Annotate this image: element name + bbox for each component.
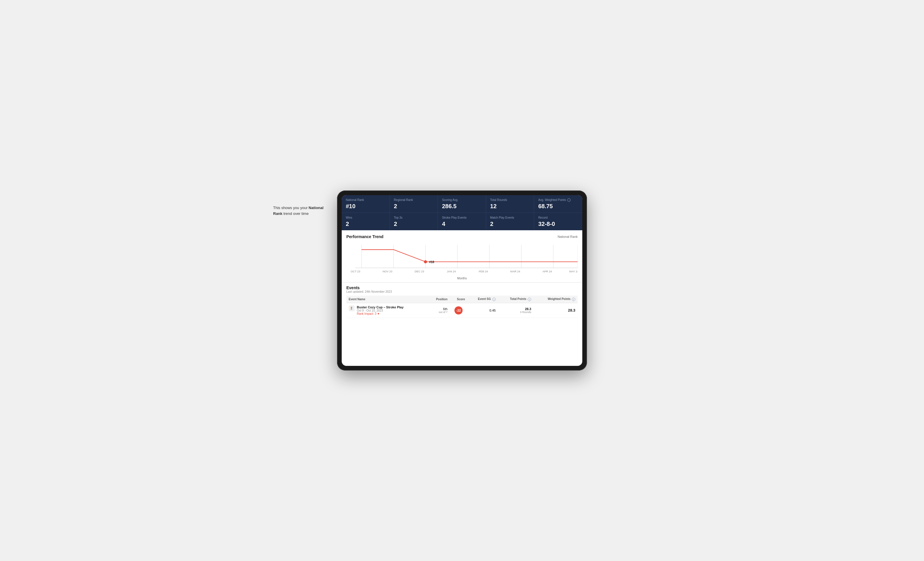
col-score: Score [450,296,467,303]
events-title: Events [346,286,578,290]
stat-avg-weighted-label: Avg. Weighted Points i [538,198,578,202]
col-weighted-points: Weighted Points i [534,296,578,303]
col-event-sg: Event SG i [467,296,498,303]
events-section: Events Last updated: 24th November 2023 … [342,283,582,366]
stat-stroke-play-label: Stroke Play Events [442,216,482,220]
event-sg-info-icon[interactable]: i [492,298,496,301]
rank-impact: Rank Impact: 3 ▼ [357,312,404,315]
table-row: 🏌️ Buster Cozy Cup – Stroke Play Oct 9 -… [346,303,578,318]
chart-month-oct23: OCT 23 [351,270,360,273]
stat-scoring-avg: Scoring Avg. 286.5 [438,195,486,212]
chart-month-may24: MAY 24 [569,270,578,273]
event-rounds: 3 Rounds [500,311,531,314]
chart-data-label: #10 [429,260,434,264]
chart-month-feb24: FEB 24 [479,270,488,273]
events-table: Event Name Position Score Event SG i Tot… [346,296,578,318]
annotation-text: This shows you your National Rank trend … [273,205,331,216]
performance-chart: #10 OCT 23 NOV 23 DEC 23 JAN 24 FEB 24 M… [346,241,578,276]
avg-weighted-info-icon[interactable]: i [567,198,571,202]
event-title: Buster Cozy Cup – Stroke Play [357,305,404,309]
event-weighted-points-cell: 28.3 [534,303,578,318]
event-position-cell: 6th out of 7 [428,303,450,318]
stat-match-play-label: Match Play Events [490,216,530,220]
stat-regional-rank-value: 2 [394,203,434,209]
stat-record-value: 32-8-0 [538,221,578,227]
stat-national-rank-value: #10 [346,203,386,209]
event-total-points: 28.3 [500,307,531,311]
col-event-name: Event Name [346,296,428,303]
chart-data-point [424,260,427,263]
weighted-points-info-icon[interactable]: i [572,298,575,301]
stat-record-label: Record [538,216,578,220]
chart-months-label: Months [346,277,578,280]
tablet-screen: National Rank #10 Regional Rank 2 Scorin… [342,195,582,366]
chart-month-nov23: NOV 23 [382,270,392,273]
stat-stroke-play: Stroke Play Events 4 [438,213,486,230]
stat-scoring-avg-label: Scoring Avg. [442,198,482,202]
event-weighted-points: 28.3 [568,308,575,313]
events-last-updated: Last updated: 24th November 2023 [346,290,578,293]
chart-container: #10 OCT 23 NOV 23 DEC 23 JAN 24 FEB 24 M… [346,241,578,276]
stats-row-1: National Rank #10 Regional Rank 2 Scorin… [342,195,582,213]
event-name-wrapper: 🏌️ Buster Cozy Cup – Stroke Play Oct 9 -… [349,305,425,315]
stat-regional-rank-label: Regional Rank [394,198,434,202]
event-type-icon: 🏌️ [349,305,354,311]
event-score-badge: -22 [454,306,463,314]
annotation-before: This shows you your [273,206,309,210]
stat-top3s: Top 3s 2 [390,213,438,230]
event-score-cell: -22 [450,303,467,318]
chart-month-apr24: APR 24 [543,270,552,273]
stat-total-rounds: Total Rounds 12 [486,195,534,212]
event-position-sub: out of 7 [430,311,447,314]
event-details: Buster Cozy Cup – Stroke Play Oct 9 - Oc… [357,305,404,315]
event-position: 6th [430,307,447,311]
event-name-cell: 🏌️ Buster Cozy Cup – Stroke Play Oct 9 -… [346,303,428,318]
stat-match-play: Match Play Events 2 [486,213,534,230]
event-total-points-cell: 28.3 3 Rounds [498,303,534,318]
col-total-points: Total Points i [498,296,534,303]
events-table-header-row: Event Name Position Score Event SG i Tot… [346,296,578,303]
stat-total-rounds-value: 12 [490,203,530,209]
stat-avg-weighted-value: 68.75 [538,203,578,209]
performance-section: Performance Trend National Rank [342,230,582,282]
event-sg-cell: 0.45 [467,303,498,318]
stat-wins: Wins 2 [342,213,390,230]
chart-month-mar24: MAR 24 [510,270,520,273]
total-points-info-icon[interactable]: i [528,298,531,301]
performance-label: National Rank [558,235,578,238]
stat-national-rank: National Rank #10 [342,195,390,212]
chart-month-jan24: JAN 24 [447,270,456,273]
stat-top3s-label: Top 3s [394,216,434,220]
rank-impact-arrow-icon: ▼ [377,312,380,315]
stat-top3s-value: 2 [394,221,434,227]
performance-title: Performance Trend [346,234,384,239]
stat-wins-value: 2 [346,221,386,227]
col-position: Position [428,296,450,303]
performance-header: Performance Trend National Rank [346,234,578,239]
stat-scoring-avg-value: 286.5 [442,203,482,209]
stat-national-rank-label: National Rank [346,198,386,202]
stat-avg-weighted-points: Avg. Weighted Points i 68.75 [534,195,582,212]
stats-row-2: Wins 2 Top 3s 2 Stroke Play Events 4 Mat… [342,213,582,230]
annotation-after: trend over time [282,211,309,216]
stat-stroke-play-value: 4 [442,221,482,227]
stat-total-rounds-label: Total Rounds [490,198,530,202]
stat-record: Record 32-8-0 [534,213,582,230]
stat-wins-label: Wins [346,216,386,220]
stat-match-play-value: 2 [490,221,530,227]
tablet-frame: National Rank #10 Regional Rank 2 Scorin… [337,190,587,371]
event-date: Oct 9 - Oct 10, 2023 [357,309,404,312]
chart-month-dec23: DEC 23 [415,270,424,273]
stat-regional-rank: Regional Rank 2 [390,195,438,212]
